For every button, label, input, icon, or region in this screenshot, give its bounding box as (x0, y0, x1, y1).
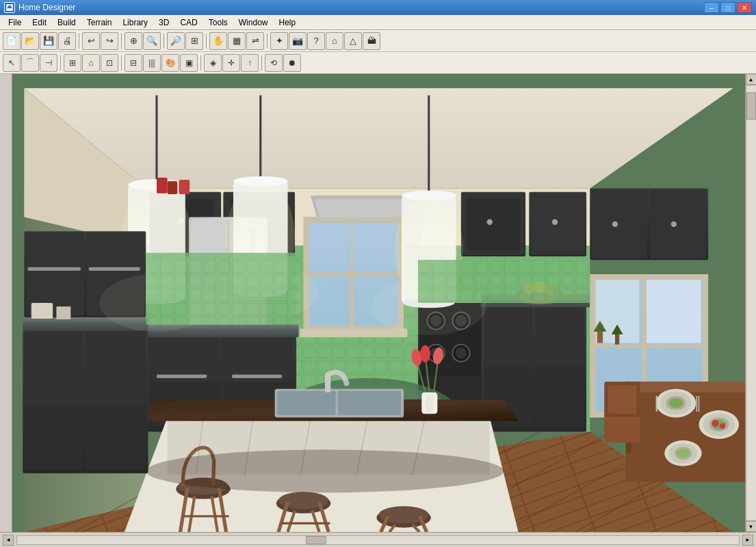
svg-rect-91 (535, 367, 584, 388)
menu-item-edit[interactable]: Edit (27, 16, 52, 29)
print-button[interactable]: 🖨 (58, 32, 76, 50)
menu-item-tools[interactable]: Tools (203, 16, 233, 29)
menu-item-library[interactable]: Library (117, 16, 153, 29)
svg-rect-117 (426, 395, 434, 412)
select-button[interactable]: ↖ (3, 54, 21, 72)
svg-rect-146 (89, 267, 140, 271)
transform-button[interactable]: ⟲ (265, 54, 283, 72)
color-button[interactable]: 🎨 (161, 54, 179, 72)
zoom-in-button[interactable]: 🔍 (143, 32, 161, 50)
scroll-up-button[interactable]: ▲ (746, 74, 757, 85)
toolbar1-separator-6 (121, 34, 122, 49)
svg-rect-64 (348, 223, 395, 266)
toolbar1-separator-4 (79, 34, 79, 49)
svg-rect-87 (484, 304, 532, 365)
menu-item-3d[interactable]: 3D (153, 16, 174, 29)
wall-type-button[interactable]: ||| (143, 54, 161, 72)
texture-button[interactable]: ◈ (204, 54, 222, 72)
svg-point-177 (612, 222, 618, 227)
svg-rect-69 (157, 375, 207, 378)
roof-button[interactable]: △ (344, 32, 362, 50)
save-button[interactable]: 💾 (40, 32, 57, 50)
svg-rect-175 (591, 190, 647, 259)
svg-rect-150 (85, 332, 146, 403)
menu-item-help[interactable]: Help (273, 16, 301, 29)
svg-rect-157 (157, 178, 168, 194)
svg-rect-159 (179, 180, 190, 194)
menu-item-cad[interactable]: CAD (174, 16, 203, 29)
svg-point-200 (677, 449, 690, 458)
svg-rect-155 (31, 303, 53, 319)
room-button[interactable]: ⌂ (82, 54, 100, 72)
svg-point-45 (487, 219, 493, 225)
menu-item-terrain[interactable]: Terrain (81, 16, 118, 29)
fit-button[interactable]: ⊞ (185, 32, 203, 50)
material-button[interactable]: ▣ (180, 54, 198, 72)
svg-rect-231 (418, 260, 590, 303)
maximize-button[interactable]: □ (720, 2, 735, 13)
pan-button[interactable]: ✋ (209, 32, 227, 50)
status-scroll-right[interactable]: ► (742, 535, 753, 546)
svg-point-115 (343, 380, 349, 386)
svg-rect-92 (535, 391, 584, 427)
canvas-area[interactable] (12, 74, 745, 532)
main-area: ▲ ▼ (0, 74, 756, 532)
mark-button[interactable]: ✦ (270, 32, 288, 50)
door-button[interactable]: ⊡ (101, 54, 118, 72)
arrow-up-button[interactable]: ↑ (241, 54, 259, 72)
svg-rect-186 (608, 385, 637, 414)
status-thumb[interactable] (306, 536, 326, 544)
menu-item-file[interactable]: File (3, 16, 27, 29)
toolbar1-separator-8 (164, 34, 164, 49)
menu-bar: FileEditBuildTerrainLibrary3DCADToolsWin… (0, 15, 756, 30)
stair-button[interactable]: ⊟ (125, 54, 142, 72)
redo-button[interactable]: ↪ (101, 32, 118, 50)
zoom-in-real-button[interactable]: ⊕ (125, 32, 142, 50)
svg-rect-63 (309, 223, 346, 266)
window-title: Home Designer (18, 3, 704, 12)
toolbar1-separator-13 (267, 34, 268, 49)
svg-rect-44 (467, 198, 519, 250)
svg-rect-152 (24, 441, 83, 470)
right-scrollbar[interactable]: ▲ ▼ (745, 74, 756, 532)
menu-item-build[interactable]: Build (52, 16, 81, 29)
svg-rect-113 (338, 391, 401, 416)
camera-button[interactable]: 📷 (289, 32, 307, 50)
house-button[interactable]: ⌂ (326, 32, 343, 50)
undo-button[interactable]: ↩ (82, 32, 100, 50)
route-button[interactable]: ⇌ (246, 32, 264, 50)
select-objects-button[interactable]: ▦ (228, 32, 246, 50)
window-controls[interactable]: – □ ✕ (704, 2, 752, 13)
measure-button[interactable]: ⊣ (40, 54, 57, 72)
polyline-button[interactable]: ⌒ (21, 54, 39, 72)
toolbar2-separator-10 (200, 55, 201, 70)
menu-item-window[interactable]: Window (233, 16, 274, 29)
record-button[interactable]: ⏺ (283, 54, 301, 72)
help-button[interactable]: ? (307, 32, 325, 50)
svg-point-190 (668, 398, 683, 408)
toolbar2-separator-6 (121, 55, 122, 70)
close-button[interactable]: ✕ (737, 2, 752, 13)
status-scroll-left[interactable]: ◄ (3, 535, 14, 546)
svg-rect-154 (85, 441, 146, 470)
status-track[interactable] (16, 535, 740, 545)
svg-rect-167 (590, 345, 708, 348)
scroll-track[interactable] (746, 85, 757, 521)
minimize-button[interactable]: – (704, 2, 719, 13)
open-button[interactable]: 📂 (21, 32, 39, 50)
svg-rect-149 (24, 332, 83, 403)
terrain-button[interactable]: 🏔 (363, 32, 380, 50)
scroll-down-button[interactable]: ▼ (746, 521, 757, 532)
svg-point-229 (146, 450, 504, 493)
svg-rect-230 (146, 253, 296, 325)
toolbar-1: 📄📂💾🖨↩↪⊕🔍🔎⊞✋▦⇌✦📷?⌂△🏔 (0, 30, 756, 52)
zoom-out-button[interactable]: 🔎 (167, 32, 185, 50)
move-button[interactable]: ✛ (222, 54, 240, 72)
scroll-thumb[interactable] (746, 92, 756, 120)
new-button[interactable]: 📄 (3, 32, 21, 50)
svg-rect-158 (168, 181, 178, 194)
svg-rect-62 (304, 273, 404, 276)
toolbar-2: ↖⌒⊣⊞⌂⊡⊟|||🎨▣◈✛↑⟲⏺ (0, 52, 756, 74)
svg-rect-88 (535, 304, 584, 365)
grid-button[interactable]: ⊞ (64, 54, 81, 72)
